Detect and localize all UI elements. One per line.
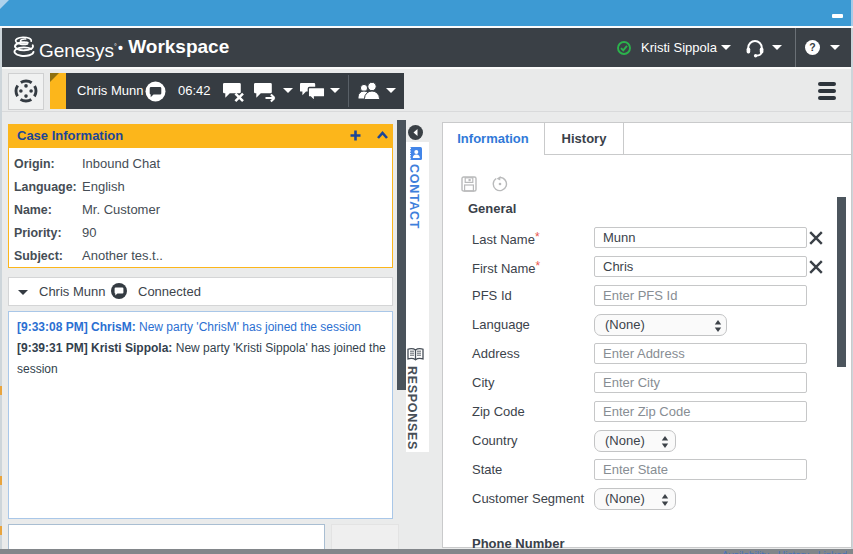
svg-text:?: ? [809, 41, 815, 53]
